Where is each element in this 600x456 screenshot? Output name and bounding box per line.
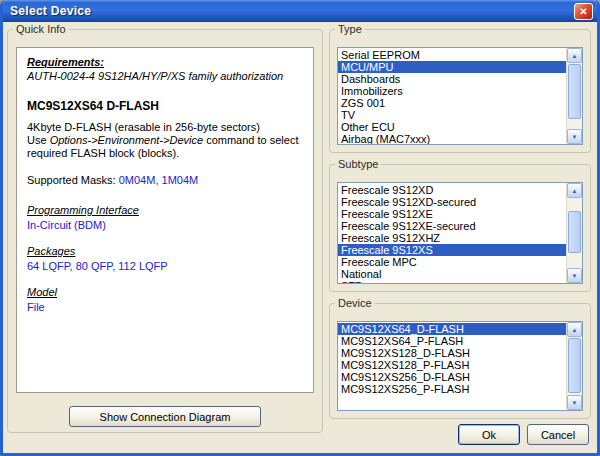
list-item[interactable]: Immobilizers: [338, 85, 566, 97]
programming-interface-section: Programming Interface In-Circuit (BDM): [27, 204, 303, 232]
quick-info-group: Quick Info Requirements: AUTH-0024-4 9S1…: [7, 23, 323, 433]
list-item[interactable]: National: [338, 268, 566, 280]
programming-interface-heading: Programming Interface: [27, 204, 303, 217]
device-heading: MC9S12XS64 D-FLASH: [27, 100, 303, 113]
list-item[interactable]: MC9S12XS256_P-FLASH: [338, 383, 566, 395]
subtype-group-label: Subtype: [335, 158, 381, 170]
supported-masks-value: 0M04M, 1M04M: [119, 174, 198, 186]
list-item[interactable]: Other ECU: [338, 121, 566, 133]
scroll-thumb[interactable]: [568, 211, 581, 253]
model-section: Model File: [27, 286, 303, 314]
subtype-scrollbar[interactable]: ▲ ▼: [566, 183, 582, 283]
type-list: Serial EEPROMMCU/MPUDashboardsImmobilize…: [338, 48, 566, 144]
quick-info-panel: Requirements: AUTH-0024-4 9S12HA/HY/P/XS…: [16, 47, 314, 393]
type-group-label: Type: [335, 23, 365, 35]
scroll-track[interactable]: [567, 198, 582, 268]
scroll-down-button[interactable]: ▼: [567, 129, 582, 144]
subtype-listbox: Freescale 9S12XDFreescale 9S12XD-secured…: [337, 182, 583, 284]
scroll-track[interactable]: [567, 337, 582, 395]
scroll-track[interactable]: [567, 63, 582, 129]
list-item[interactable]: MC9S12XS256_D-FLASH: [338, 371, 566, 383]
list-item[interactable]: Dashboards: [338, 73, 566, 85]
scroll-up-icon: ▲: [572, 53, 578, 59]
authorization-line: AUTH-0024-4 9S12HA/HY/P/XS family author…: [27, 70, 303, 83]
scroll-up-icon: ▲: [572, 188, 578, 194]
list-item[interactable]: Freescale 9S12XHZ: [338, 232, 566, 244]
titlebar[interactable]: Select Device ✕: [3, 0, 597, 22]
list-item[interactable]: Freescale 9S12XD-secured: [338, 196, 566, 208]
type-group: Type Serial EEPROMMCU/MPUDashboardsImmob…: [329, 23, 591, 153]
list-item[interactable]: Freescale 9S12XS: [338, 244, 566, 256]
list-item[interactable]: Freescale 9S12XE-secured: [338, 220, 566, 232]
scroll-down-icon: ▼: [572, 273, 578, 279]
list-item[interactable]: MC9S12XS64_D-FLASH: [338, 323, 566, 335]
type-listbox: Serial EEPROMMCU/MPUDashboardsImmobilize…: [337, 47, 583, 145]
show-connection-diagram-button[interactable]: Show Connection Diagram: [69, 406, 261, 427]
select-device-dialog: Select Device ✕ Quick Info Requirements:…: [0, 0, 600, 456]
subtype-list: Freescale 9S12XDFreescale 9S12XD-secured…: [338, 183, 566, 283]
scroll-thumb[interactable]: [568, 338, 581, 393]
packages-heading: Packages: [27, 245, 303, 258]
scroll-up-button[interactable]: ▲: [567, 48, 582, 63]
list-item[interactable]: Airbag (MAC7xxx): [338, 133, 566, 144]
scroll-down-button[interactable]: ▼: [567, 268, 582, 283]
list-item[interactable]: Freescale 9S12XE: [338, 208, 566, 220]
list-item[interactable]: MC9S12XS64_P-FLASH: [338, 335, 566, 347]
scroll-up-icon: ▲: [572, 327, 578, 333]
list-item[interactable]: MC9S12XS128_D-FLASH: [338, 347, 566, 359]
packages-section: Packages 64 LQFP, 80 QFP, 112 LQFP: [27, 245, 303, 273]
type-scrollbar[interactable]: ▲ ▼: [566, 48, 582, 144]
list-item[interactable]: Freescale MPC: [338, 256, 566, 268]
packages-value: 64 LQFP, 80 QFP, 112 LQFP: [27, 260, 303, 273]
device-scrollbar[interactable]: ▲ ▼: [566, 322, 582, 410]
scroll-down-icon: ▼: [572, 400, 578, 406]
ok-button[interactable]: Ok: [458, 424, 520, 445]
scroll-thumb[interactable]: [568, 64, 581, 119]
requirements-heading: Requirements:: [27, 56, 303, 69]
programming-interface-value: In-Circuit (BDM): [27, 219, 303, 232]
list-item[interactable]: Serial EEPROM: [338, 49, 566, 61]
menu-path-text: Options->Environment->Device: [50, 134, 203, 146]
list-item[interactable]: Freescale 9S12XD: [338, 184, 566, 196]
list-item[interactable]: MC9S12XS128_P-FLASH: [338, 359, 566, 371]
list-item[interactable]: TV: [338, 109, 566, 121]
scroll-up-button[interactable]: ▲: [567, 322, 582, 337]
device-description: 4Kbyte D-FLASH (erasable in 256-byte sec…: [27, 121, 303, 160]
device-list: MC9S12XS64_D-FLASHMC9S12XS64_P-FLASHMC9S…: [338, 322, 566, 410]
scroll-down-button[interactable]: ▼: [567, 395, 582, 410]
list-item[interactable]: MCU/MPU: [338, 61, 566, 73]
scroll-up-button[interactable]: ▲: [567, 183, 582, 198]
scroll-down-icon: ▼: [572, 134, 578, 140]
list-item[interactable]: ST7: [338, 280, 566, 283]
device-group-label: Device: [335, 297, 375, 309]
close-icon: ✕: [579, 6, 587, 17]
list-item[interactable]: ZGS 001: [338, 97, 566, 109]
close-button[interactable]: ✕: [574, 3, 593, 20]
device-group: Device MC9S12XS64_D-FLASHMC9S12XS64_P-FL…: [329, 297, 591, 419]
subtype-group: Subtype Freescale 9S12XDFreescale 9S12XD…: [329, 158, 591, 292]
quick-info-group-label: Quick Info: [13, 23, 69, 35]
cancel-button[interactable]: Cancel: [527, 424, 589, 445]
window-title: Select Device: [10, 4, 574, 18]
model-heading: Model: [27, 286, 303, 299]
supported-masks: Supported Masks: 0M04M, 1M04M: [27, 174, 303, 187]
device-listbox: MC9S12XS64_D-FLASHMC9S12XS64_P-FLASHMC9S…: [337, 321, 583, 411]
model-value: File: [27, 301, 303, 314]
